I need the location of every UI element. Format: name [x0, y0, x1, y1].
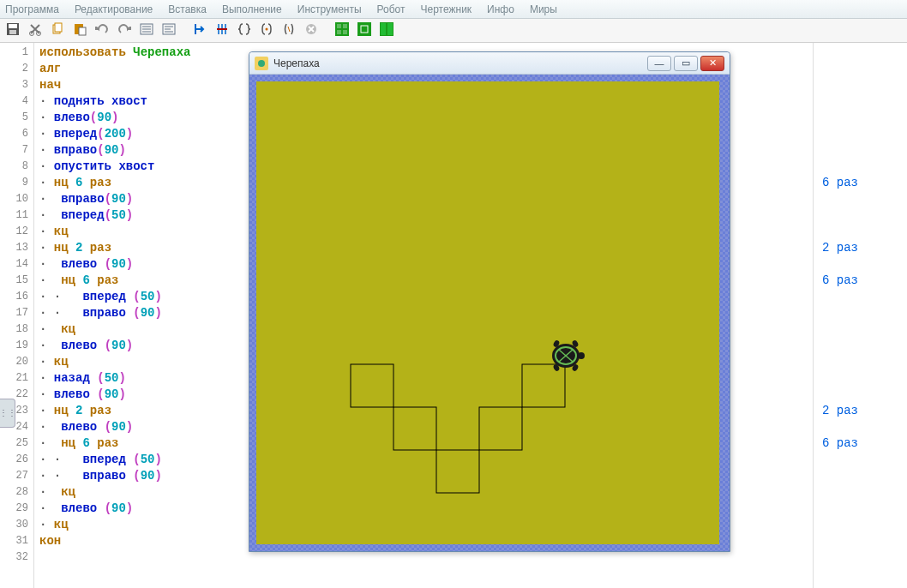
margin-note	[814, 110, 907, 126]
minimize-button[interactable]: —	[647, 56, 671, 71]
line-gutter: 1234567891011121314151617181920212223242…	[0, 43, 34, 588]
list2-button[interactable]	[159, 21, 178, 40]
lineno: 4	[0, 93, 33, 110]
margin-note	[814, 256, 907, 273]
menu-Инфо[interactable]: Инфо	[487, 3, 514, 15]
brace1-icon	[237, 22, 251, 39]
lineno: 29	[0, 501, 33, 517]
lineno: 19	[0, 338, 33, 354]
svg-rect-25	[357, 22, 371, 36]
margin-note	[814, 468, 907, 484]
lineno: 9	[0, 175, 33, 191]
side-panel-handle[interactable]: ⋮⋮	[0, 399, 15, 428]
undo-icon	[95, 22, 109, 39]
cancel-button[interactable]	[302, 21, 321, 40]
lineno: 6	[0, 126, 33, 142]
svg-rect-21	[337, 24, 341, 28]
brace3-button[interactable]	[279, 21, 298, 40]
lineno: 32	[0, 549, 33, 566]
menu-Вставка[interactable]: Вставка	[168, 3, 207, 15]
svg-rect-29	[387, 23, 393, 35]
lineno: 18	[0, 321, 33, 338]
grid1-button[interactable]	[333, 21, 351, 40]
svg-rect-33	[393, 407, 436, 450]
svg-rect-1	[9, 24, 17, 28]
margin-note	[814, 93, 907, 110]
svg-rect-23	[337, 30, 341, 34]
lineno: 13	[0, 240, 33, 256]
menu-Чертежник[interactable]: Чертежник	[421, 3, 472, 15]
svg-rect-24	[343, 30, 347, 34]
menu-Инструменты[interactable]: Инструменты	[297, 3, 362, 15]
brace2-button[interactable]	[257, 21, 276, 40]
menu-Выполнение[interactable]: Выполнение	[222, 3, 282, 15]
cut-button[interactable]	[26, 21, 45, 40]
margin-note	[814, 484, 907, 501]
svg-point-41	[578, 352, 585, 359]
margin-note	[814, 370, 907, 387]
save-button[interactable]	[3, 21, 22, 40]
svg-rect-6	[55, 23, 62, 32]
lineno: 14	[0, 256, 33, 273]
margin-note	[814, 77, 907, 93]
svg-rect-22	[343, 24, 347, 28]
margin-note	[814, 207, 907, 224]
turtle-window[interactable]: Черепаха — ▭ ✕	[249, 51, 730, 552]
toolbar	[0, 19, 907, 43]
margin-note	[814, 45, 907, 61]
svg-rect-35	[479, 407, 522, 450]
paste-button[interactable]	[70, 21, 89, 40]
cancel-icon	[304, 22, 318, 39]
grid2-button[interactable]	[355, 21, 374, 40]
menubar: ПрограммаРедактированиеВставкаВыполнение…	[0, 0, 907, 19]
lineno: 20	[0, 354, 33, 370]
margin-note	[814, 142, 907, 159]
grid3-icon	[380, 22, 393, 39]
maximize-button[interactable]: ▭	[674, 56, 698, 71]
list1-button[interactable]	[137, 21, 156, 40]
step-over-button[interactable]	[213, 21, 231, 40]
margin-note	[814, 533, 907, 549]
list2-icon	[162, 22, 176, 39]
redo-button[interactable]	[115, 21, 134, 40]
margin-note	[814, 549, 907, 566]
step-in-button[interactable]	[190, 21, 209, 40]
grid1-icon	[335, 22, 349, 39]
svg-point-17	[266, 27, 268, 30]
menu-Программа[interactable]: Программа	[5, 3, 59, 15]
lineno: 26	[0, 452, 33, 468]
step-over-icon	[215, 22, 229, 39]
margin-note	[814, 289, 907, 305]
close-button[interactable]: ✕	[700, 56, 724, 71]
margin-note	[814, 419, 907, 435]
margin-note	[814, 191, 907, 207]
lineno: 8	[0, 159, 33, 175]
lineno: 28	[0, 484, 33, 501]
menu-Миры[interactable]: Миры	[530, 3, 557, 15]
margin-note	[814, 126, 907, 142]
undo-button[interactable]	[93, 21, 111, 40]
svg-rect-8	[79, 27, 86, 35]
svg-line-18	[288, 27, 290, 32]
svg-rect-34	[436, 450, 479, 493]
margin-note: 6 раз	[814, 175, 907, 191]
grid3-button[interactable]	[377, 21, 396, 40]
margin-note: 2 раз	[814, 240, 907, 256]
redo-icon	[117, 22, 131, 39]
lineno: 12	[0, 224, 33, 240]
margin-note	[814, 387, 907, 403]
svg-point-31	[258, 60, 265, 67]
margin-note	[814, 517, 907, 533]
margin-notes: 6 раз2 раз6 раз2 раз6 раз	[813, 43, 907, 588]
copy-button[interactable]	[48, 21, 67, 40]
brace1-button[interactable]	[235, 21, 254, 40]
svg-rect-32	[351, 364, 393, 407]
turtle-titlebar[interactable]: Черепаха — ▭ ✕	[249, 52, 730, 75]
margin-note	[814, 354, 907, 370]
lineno: 2	[0, 61, 33, 77]
cut-icon	[28, 22, 42, 39]
menu-Робот[interactable]: Робот	[377, 3, 405, 15]
lineno: 10	[0, 191, 33, 207]
menu-Редактирование[interactable]: Редактирование	[75, 3, 153, 15]
lineno: 7	[0, 142, 33, 159]
